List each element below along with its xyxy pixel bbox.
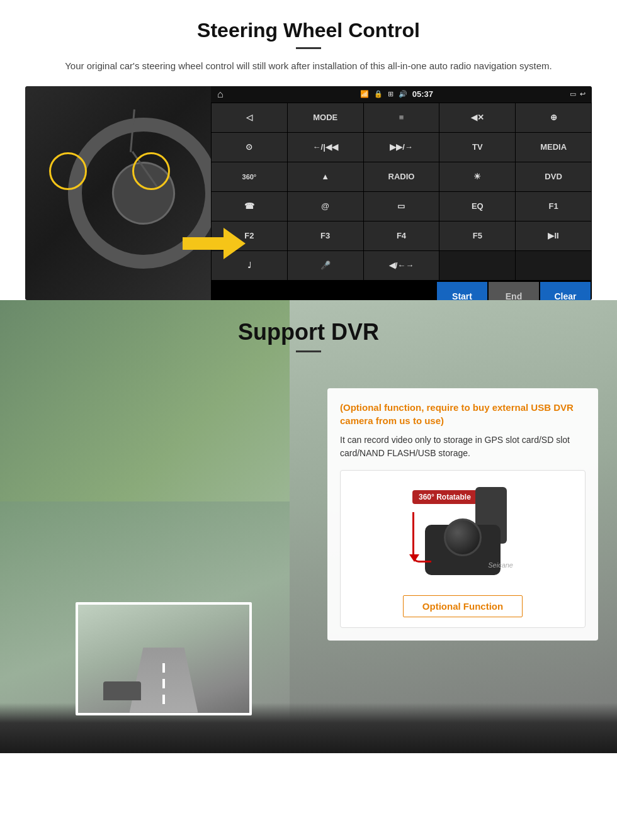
- btn-radio[interactable]: RADIO: [364, 162, 439, 191]
- end-button[interactable]: End: [489, 282, 539, 300]
- wifi-icon: 📶: [360, 90, 369, 98]
- badge-360: 360° Rotatable: [412, 490, 477, 504]
- camera-lens: [444, 518, 482, 556]
- lock-icon: 🔒: [374, 90, 383, 98]
- btn-empty2: [516, 251, 591, 280]
- footage-road-line: [162, 663, 165, 707]
- dvr-footage-preview: [76, 602, 252, 715]
- dvr-title: Support DVR: [0, 319, 617, 345]
- btn-eject[interactable]: ▲: [288, 162, 363, 191]
- start-button[interactable]: Start: [437, 282, 487, 300]
- footage-car: [103, 681, 141, 700]
- status-icons: 📶 🔒 ⊞ 🔊 05:37: [360, 89, 433, 99]
- btn-tv[interactable]: TV: [439, 133, 515, 162]
- btn-dvd[interactable]: DVD: [516, 162, 591, 191]
- minimize-icon[interactable]: ▭: [570, 90, 576, 98]
- title-divider: [296, 47, 321, 49]
- btn-menu[interactable]: ≡: [364, 103, 439, 132]
- btn-vol-mute[interactable]: ◀/←→: [364, 251, 439, 280]
- dvr-divider: [296, 350, 321, 352]
- status-bar: ⌂ 📶 🔒 ⊞ 🔊 05:37 ▭ ↩: [211, 86, 592, 103]
- yellow-arrow: [183, 225, 246, 262]
- steering-wheel-section: Steering Wheel Control Your original car…: [0, 0, 617, 300]
- btn-prev[interactable]: ←/|◀◀: [288, 133, 363, 162]
- btn-home[interactable]: ◁: [212, 103, 287, 132]
- dvr-info-card: (Optional function, require to buy exter…: [327, 388, 598, 641]
- dvr-title-area: Support DVR: [0, 300, 617, 365]
- btn-mute[interactable]: ◀✕: [439, 103, 515, 132]
- steering-container: ⌂ 📶 🔒 ⊞ 🔊 05:37 ▭ ↩ ◁ MODE ≡: [25, 86, 592, 300]
- audio-icon: 🔊: [399, 90, 407, 98]
- highlight-circle-left: [49, 152, 87, 190]
- seicane-watermark: Seicane: [488, 561, 513, 569]
- spoke-left: [129, 109, 135, 152]
- btn-apps[interactable]: ⊕: [516, 103, 591, 132]
- btn-phone[interactable]: ☎: [212, 192, 287, 221]
- dvr-section: Support DVR (Optional function, require …: [0, 300, 617, 753]
- arrow-body: [183, 237, 227, 250]
- steering-description: Your original car's steering wheel contr…: [50, 59, 567, 74]
- highlight-circle-right: [132, 152, 170, 190]
- optional-function-label: Optional Function: [403, 595, 523, 617]
- footage-inner: [78, 605, 249, 713]
- steering-title: Steering Wheel Control: [25, 19, 592, 42]
- btn-360[interactable]: 360°: [212, 162, 287, 191]
- btn-media[interactable]: MEDIA: [516, 133, 591, 162]
- btn-mode[interactable]: MODE: [288, 103, 363, 132]
- btn-mic[interactable]: 🎤: [288, 251, 363, 280]
- btn-empty1: [439, 251, 515, 280]
- rotation-arrowhead: [409, 554, 419, 562]
- grid-icon: ⊞: [388, 90, 393, 98]
- btn-f3[interactable]: F3: [288, 221, 363, 250]
- rotation-arrow: [412, 512, 431, 563]
- window-controls: ▭ ↩: [570, 90, 586, 98]
- btn-next[interactable]: ▶▶/→: [364, 133, 439, 162]
- camera-visual: 360° Rotatable Seicane: [400, 481, 526, 581]
- dvr-description: It can record video only to storage in G…: [340, 434, 586, 460]
- btn-settings[interactable]: ⊙: [212, 133, 287, 162]
- ui-panel: ⌂ 📶 🔒 ⊞ 🔊 05:37 ▭ ↩ ◁ MODE ≡: [211, 86, 592, 300]
- clock: 05:37: [412, 89, 433, 99]
- optional-function-container: Optional Function: [351, 588, 575, 617]
- btn-screen[interactable]: ▭: [364, 192, 439, 221]
- bottom-bar: Start End Clear: [211, 281, 592, 300]
- optional-notice: (Optional function, require to buy exter…: [340, 401, 586, 427]
- dvr-camera-box: 360° Rotatable Seicane Optional Function: [340, 470, 586, 628]
- btn-brightness[interactable]: ☀: [439, 162, 515, 191]
- home-icon[interactable]: ⌂: [217, 89, 224, 100]
- btn-play-pause[interactable]: ▶II: [516, 221, 591, 250]
- btn-f4[interactable]: F4: [364, 221, 439, 250]
- btn-f5[interactable]: F5: [439, 221, 515, 250]
- btn-eq[interactable]: EQ: [439, 192, 515, 221]
- arrow-head: [224, 228, 246, 259]
- button-grid: ◁ MODE ≡ ◀✕ ⊕ ⊙ ←/|◀◀ ▶▶/→ TV MEDIA 360°…: [211, 103, 592, 281]
- btn-browser[interactable]: @: [288, 192, 363, 221]
- back-icon[interactable]: ↩: [580, 90, 586, 98]
- btn-f1[interactable]: F1: [516, 192, 591, 221]
- clear-button[interactable]: Clear: [540, 282, 591, 300]
